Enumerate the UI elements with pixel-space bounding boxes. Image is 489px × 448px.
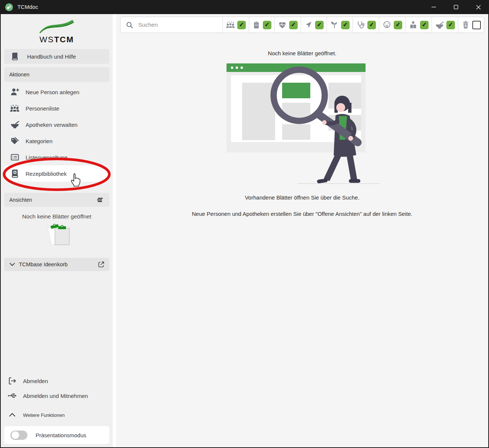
action-list: Neue Person anlegen Personenliste <box>1 84 113 182</box>
sidebar-item-label: Handbuch und Hilfe <box>27 53 76 60</box>
filter-checkbox[interactable] <box>315 21 324 29</box>
footer-item-label: Abmelden und Mitnehmen <box>23 393 88 399</box>
filter-library <box>405 17 432 33</box>
maximize-icon <box>454 5 458 9</box>
sidebar-item-personenliste[interactable]: Personenliste <box>4 100 109 116</box>
book-icon <box>10 52 19 61</box>
search-filter-bar: Suchen <box>120 17 484 33</box>
filter-persons <box>222 17 249 33</box>
app-pill-icon <box>5 3 13 11</box>
mortar-pestle-icon <box>10 120 20 129</box>
filter-checkbox[interactable] <box>472 21 481 29</box>
main-content: Noch keine Blätter geöffnet. <box>116 33 488 447</box>
sidebar-item-handbook[interactable]: Handbuch und Hilfe <box>4 49 109 64</box>
search-icon <box>125 21 134 29</box>
sidebar-item-label: Neue Person anlegen <box>26 89 79 95</box>
sidebar-item-listenverwaltung[interactable]: Listenverwaltung <box>4 149 109 165</box>
filter-pharmacy <box>432 17 458 33</box>
filter-sheets <box>249 17 274 33</box>
minimize-icon <box>432 5 436 9</box>
minimize-button[interactable] <box>425 0 442 14</box>
sidebar-item-weitere-funktionen[interactable]: Weitere Funktionen <box>1 408 113 422</box>
filter-checkbox[interactable] <box>367 21 376 29</box>
chevron-down-icon <box>9 261 16 268</box>
filter-vitals <box>274 17 301 33</box>
sidebar-item-label: Listenverwaltung <box>26 154 67 161</box>
footer-item-label: Abmelden <box>23 378 48 384</box>
sidebar-item-rezeptbibliothek[interactable]: Rezeptbibliothek <box>4 165 109 182</box>
sidebar-item-tcmbase-ideenkorb[interactable]: TCMbase Ideenkorb <box>4 258 109 271</box>
footer-item-label: Weitere Funktionen <box>23 412 65 418</box>
close-button[interactable] <box>470 0 487 14</box>
tongue-face-icon <box>382 20 391 30</box>
hint-create-entities: Neue Personen und Apotheken erstellen Si… <box>192 211 413 217</box>
app-window: TCMdoc WSTCM <box>0 0 489 448</box>
person-plus-icon <box>10 87 20 97</box>
book-plus-icon <box>10 169 20 178</box>
sidebar: WSTCM Handbuch und Hilfe Aktionen <box>1 14 113 447</box>
heart-pulse-icon <box>278 20 287 30</box>
titlebar: TCMdoc <box>0 0 489 14</box>
mortar-pestle-icon <box>435 20 444 30</box>
sidebar-item-label: Kategorien <box>26 138 53 144</box>
people-group-icon <box>10 103 20 113</box>
sidebar-item-label: Personenliste <box>26 105 59 112</box>
sidebar-item-abmelden[interactable]: Abmelden <box>1 373 113 388</box>
search-input[interactable]: Suchen <box>120 17 222 33</box>
tags-icon <box>10 136 20 146</box>
send-icon <box>304 20 313 29</box>
sidebar-item-abmelden-mitnehmen[interactable]: Abmelden und Mitnehmen <box>1 388 113 403</box>
search-illustration <box>224 61 380 185</box>
filter-trash <box>458 17 484 33</box>
external-link-icon[interactable] <box>98 261 105 268</box>
section-header-ansichten: Ansichten <box>4 193 109 207</box>
logo-text: WSTCM <box>1 35 113 45</box>
main-area: Suchen <box>116 14 488 447</box>
filter-checkbox[interactable] <box>446 21 455 29</box>
wstcm-logo: WSTCM <box>1 19 113 45</box>
sidebar-main-divider[interactable] <box>113 14 116 447</box>
filter-checkbox[interactable] <box>263 21 271 29</box>
filter-tongue <box>379 17 405 33</box>
ideenkorb-label: TCMbase Ideenkorb <box>19 261 67 267</box>
presentation-mode-card: Präsentationsmodus <box>4 426 109 444</box>
section-label: Aktionen <box>9 72 29 78</box>
sidebar-item-neue-person[interactable]: Neue Person anlegen <box>4 84 109 100</box>
trash-icon <box>461 20 470 29</box>
close-icon <box>476 5 481 10</box>
sidebar-item-label: Apotheken verwalten <box>26 122 77 128</box>
empty-state-title: Noch keine Blätter geöffnet. <box>268 50 337 56</box>
filter-diagnostics <box>353 17 379 33</box>
section-label: Ansichten <box>9 197 32 203</box>
sidebar-item-label: Rezeptbibliothek <box>26 171 67 177</box>
chevron-up-icon <box>8 411 16 419</box>
filter-checkbox[interactable] <box>289 21 298 29</box>
sort-filter-icon[interactable] <box>96 196 104 204</box>
usb-icon <box>7 391 17 401</box>
clipboard-icon <box>252 21 261 29</box>
list-icon <box>10 152 20 162</box>
reader-icon <box>409 20 418 30</box>
filter-checkbox[interactable] <box>237 21 246 29</box>
people-group-icon <box>226 20 235 30</box>
sprout-icon <box>330 20 339 29</box>
filter-herbs <box>327 17 353 33</box>
clipboards-icon <box>43 222 70 247</box>
filter-checkbox[interactable] <box>420 21 429 29</box>
logo-waves-icon <box>37 19 76 34</box>
logout-icon <box>8 376 17 385</box>
toggle-knob <box>11 431 19 439</box>
section-header-aktionen: Aktionen <box>4 67 109 82</box>
filter-checkbox[interactable] <box>394 21 402 29</box>
filter-checkbox[interactable] <box>341 21 350 29</box>
sidebar-item-apotheken[interactable]: Apotheken verwalten <box>4 116 109 133</box>
sidebar-item-kategorien[interactable]: Kategorien <box>4 133 109 149</box>
stethoscope-icon <box>356 20 365 30</box>
window-title: TCMdoc <box>17 4 38 10</box>
filter-acupuncture <box>301 17 327 33</box>
presentation-mode-toggle[interactable] <box>10 431 27 440</box>
maximize-button[interactable] <box>447 0 465 14</box>
search-placeholder: Suchen <box>138 22 158 28</box>
presentation-mode-label: Präsentationsmodus <box>36 432 86 438</box>
hint-open-via-search: Vorhandene Blätter öffnen Sie über die S… <box>245 194 359 201</box>
